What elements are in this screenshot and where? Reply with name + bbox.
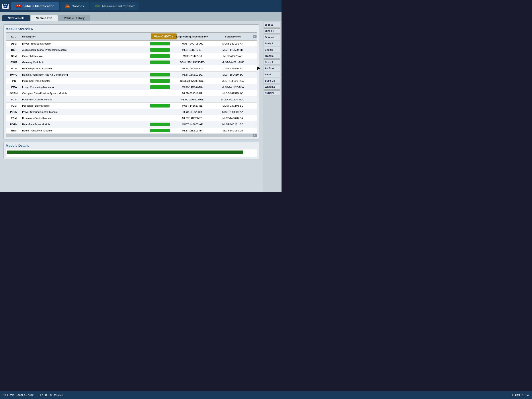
scroll-area-top: ▲ (253, 35, 257, 38)
cell-description: Gear Shift Module (21, 54, 150, 58)
scroll-down-arrow[interactable]: ▼ (253, 134, 257, 137)
cell-ecu: OCSM (6, 92, 21, 95)
col-header-eng-assy: Engineering Assembly P/N (172, 35, 213, 38)
right-panel-item[interactable]: 2021 F1 (264, 28, 280, 34)
cell-software: ML3A-14C204-MGL (213, 98, 253, 101)
svg-point-5 (19, 7, 21, 8)
cell-status (150, 41, 172, 46)
cell-software: MB3C-14D003-AA (213, 110, 253, 114)
right-panel-item[interactable]: Body S (264, 41, 280, 46)
cell-software: ML3T-14G090-LA (213, 129, 253, 132)
subtab-vehicle-history[interactable]: Vehicle History (58, 15, 90, 21)
table-row[interactable]: DSP Audio Digital Signal Processing Modu… (6, 47, 257, 53)
right-panel-item[interactable]: Drive T (264, 59, 280, 65)
measurement-icon (94, 4, 101, 9)
cell-description: Radio Transceiver Module (21, 129, 150, 132)
scroll-up-arrow[interactable]: ▲ (253, 35, 256, 38)
cell-description: Gateway Module A (21, 61, 150, 64)
table-row[interactable]: DSM Driver Front Seat Module MU5T-14C708… (6, 41, 257, 47)
col-header-description: Description (21, 35, 150, 38)
cell-ecu: PCM (6, 98, 21, 101)
cell-software: ML3T-14H021-EKK (213, 61, 253, 64)
cell-status (150, 60, 172, 64)
car-icon (16, 4, 22, 9)
right-panel-item[interactable]: Build Da (264, 78, 280, 83)
table-row[interactable]: GWM Gateway Module A DSMU5T-14G650-ED ML… (6, 59, 257, 65)
cell-eng-assy: MU5T-14C708-AK (172, 42, 213, 45)
svg-rect-9 (66, 5, 69, 6)
left-panel: Module Overview ECU Description View CMD… (0, 21, 263, 192)
right-panel-item[interactable]: Air Con (264, 66, 280, 71)
tab-measurement-toolbox[interactable]: Measurement Toolbox (90, 2, 139, 10)
table-row[interactable]: RTM Radio Transceiver Module ML3T-15K619… (6, 127, 257, 134)
cell-software: ML3T-18D619-BC (213, 73, 253, 76)
svg-rect-7 (19, 5, 20, 6)
cell-eng-assy: ML3T-14B321-YD (172, 116, 213, 120)
tab-vehicle-identification[interactable]: Vehicle Identification (11, 2, 59, 10)
table-header: ECU Description View CMDTCs Engineering … (6, 32, 257, 41)
table-row[interactable]: OCSM Occupant Classification System Modu… (6, 90, 257, 96)
status-green-bar (150, 129, 170, 132)
table-body: DSM Driver Front Seat Module MU5T-14C708… (6, 41, 257, 137)
table-row[interactable]: RGTM Rear Gate Trunk Module MU5T-14B673-… (6, 121, 257, 127)
right-panel-item[interactable]: SYNC V (264, 90, 280, 96)
table-row[interactable]: IPC Instrument Panel Cluster DSML3T-1A29… (6, 78, 257, 84)
cell-status (150, 91, 172, 95)
col-header-ecu: ECU (6, 35, 21, 38)
table-row[interactable]: HVAC Heating, Ventilation And Air Condit… (6, 72, 257, 78)
cell-eng-assy: MU5T-14B533-BL (172, 104, 213, 108)
right-panel-item[interactable]: Transm (264, 53, 280, 58)
right-panel-item[interactable]: Engine (264, 47, 280, 52)
right-panel-item[interactable]: Wheelba (264, 84, 280, 89)
svg-rect-6 (17, 5, 18, 6)
table-row[interactable]: GSM Gear Shift Module ML3P-7P427-DJ ML3P… (6, 53, 257, 59)
cell-status (150, 97, 172, 102)
cell-ecu: PSCM (6, 110, 21, 114)
status-green-bar (150, 123, 170, 126)
status-green-bar (150, 54, 170, 58)
table-row[interactable]: RCM Restraints Control Module ML3T-14B32… (6, 115, 257, 121)
ford-logo: Ford (2, 4, 9, 9)
cell-description: Rear Gate Trunk Module (21, 123, 150, 126)
table-row[interactable]: PDM Passenger Door Module MU5T-14B533-BL… (6, 103, 257, 109)
cell-description: Heating, Ventilation And Air Conditionin… (21, 73, 150, 76)
cell-software: ML3P-7P470-AJ (213, 54, 253, 58)
right-panel-item[interactable]: Paint (264, 72, 280, 77)
cell-eng-assy: ML3B-603B16-BF (172, 92, 213, 95)
subtab-vehicle-info[interactable]: Vehicle Info (31, 15, 58, 21)
cell-software: ML3B-14F595-AC (213, 92, 253, 95)
table-row[interactable]: PCM Powertrain Control Module ML3A-12A65… (6, 96, 257, 103)
status-green-bar (150, 85, 170, 89)
subtab-new-vehicle[interactable]: New Vehicle (2, 15, 30, 21)
cell-ecu: GSM (6, 54, 21, 58)
status-green-bar (150, 73, 170, 76)
cell-eng-assy: DSML3T-1A292-CCE (172, 79, 213, 83)
cell-eng-assy: DSMU5T-14G650-ED (172, 61, 213, 64)
right-panel-item[interactable]: Odomet (264, 35, 280, 40)
svg-rect-11 (67, 6, 68, 7)
table-row[interactable]: PSCM Power Steering Control Module ML34-… (6, 109, 257, 115)
table-row[interactable]: IPMA Image Processing Module A ML3T-14G6… (6, 84, 257, 90)
cell-software: MU5T-14C108-BL (213, 104, 253, 108)
cell-status (150, 116, 172, 120)
cell-status (150, 85, 172, 89)
cell-ecu: HCM (6, 67, 21, 70)
cell-status (150, 72, 172, 77)
module-overview-section: Module Overview ECU Description View CMD… (3, 24, 259, 139)
cell-software: JX7B-13B626-BJ (213, 67, 253, 70)
svg-text:Ford: Ford (3, 5, 8, 7)
status-empty-bar (150, 67, 170, 70)
tab-toolbox[interactable]: Toolbox (60, 2, 89, 10)
svg-rect-13 (95, 5, 100, 7)
cell-description: Headlamp Control Module (21, 67, 150, 70)
table-row[interactable]: HCM Headlamp Control Module ML34-13C148-… (6, 65, 257, 72)
cell-status (150, 54, 172, 58)
sub-tabs: New Vehicle Vehicle Info Vehicle History (0, 12, 282, 21)
right-panel-item[interactable]: 1FTFW (264, 22, 280, 27)
status-green-bar (150, 42, 170, 45)
cell-description: Driver Front Seat Module (21, 42, 150, 45)
cursor-arrow (257, 66, 260, 70)
cell-ecu: IPMA (6, 85, 21, 89)
cell-software: ML3T-14C028-CA (213, 116, 253, 120)
cell-eng-assy: ML3T-15K619-NA (172, 129, 213, 132)
